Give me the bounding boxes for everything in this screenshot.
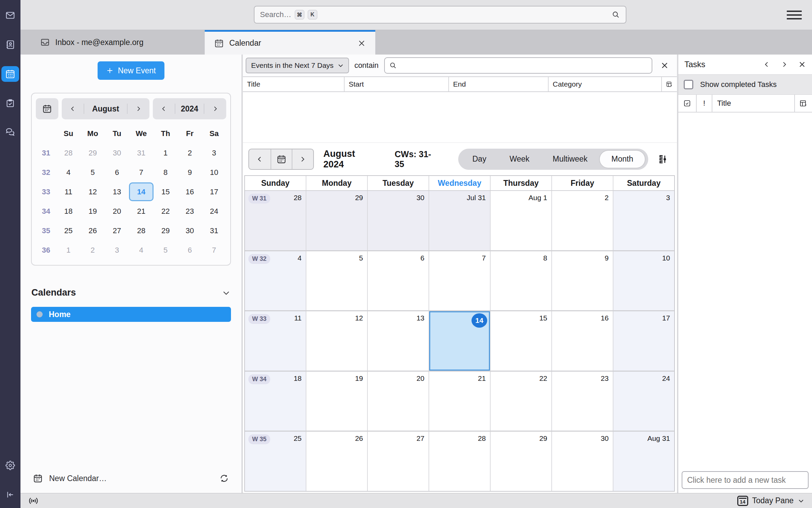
add-task-input[interactable] xyxy=(682,471,809,489)
mini-calendar-today-button[interactable] xyxy=(36,98,58,119)
go-to-today-button[interactable] xyxy=(271,149,292,169)
event-filter-input[interactable] xyxy=(401,61,648,70)
activity-status-icon[interactable] xyxy=(28,495,39,506)
column-picker-icon[interactable] xyxy=(662,77,677,91)
minical-day[interactable]: 3 xyxy=(202,144,226,162)
minical-day[interactable]: 4 xyxy=(56,163,81,182)
calendar-day-cell[interactable]: 30 xyxy=(552,432,613,491)
view-tab-multiweek[interactable]: Multiweek xyxy=(541,149,599,170)
minical-day[interactable]: 29 xyxy=(154,221,178,240)
view-tab-week[interactable]: Week xyxy=(498,149,541,170)
sync-calendars-button[interactable] xyxy=(219,473,229,483)
calendar-day-cell[interactable]: 22 xyxy=(491,372,552,431)
minical-day[interactable]: 20 xyxy=(105,202,129,221)
minical-day[interactable]: 26 xyxy=(81,221,105,240)
minical-day[interactable]: 28 xyxy=(56,144,81,162)
app-menu-button[interactable] xyxy=(787,9,802,21)
close-filter-icon[interactable] xyxy=(658,59,671,72)
event-range-dropdown[interactable]: Events in the Next 7 Days xyxy=(246,58,349,73)
previous-year-button[interactable] xyxy=(153,98,175,119)
column-picker-icon[interactable] xyxy=(795,95,812,112)
calendar-day-cell[interactable]: 28 xyxy=(429,432,491,491)
minical-day[interactable]: 18 xyxy=(56,202,81,221)
new-calendar-button[interactable]: New Calendar… xyxy=(33,473,107,483)
calendar-list-item-home[interactable]: Home xyxy=(31,307,231,322)
column-header-start[interactable]: Start xyxy=(345,77,449,91)
calendar-day-cell[interactable]: 7 xyxy=(429,251,491,311)
minical-day[interactable]: 10 xyxy=(202,163,226,182)
calendar-day-cell[interactable]: 29 xyxy=(306,191,368,250)
minical-day-selected[interactable]: 14 xyxy=(129,182,153,201)
calendar-day-cell[interactable]: 20 xyxy=(368,372,429,431)
calendar-day-cell[interactable]: 24 xyxy=(613,372,674,431)
completed-column-icon[interactable] xyxy=(678,95,697,112)
minical-day[interactable]: 8 xyxy=(154,163,178,182)
calendar-day-cell-selected[interactable]: 14 xyxy=(429,311,491,371)
next-month-button[interactable] xyxy=(128,98,149,119)
minical-day[interactable]: 1 xyxy=(56,241,81,259)
minical-day[interactable]: 24 xyxy=(202,202,226,221)
calendar-day-cell[interactable]: 15 xyxy=(491,311,552,371)
minical-day[interactable]: 21 xyxy=(129,202,153,221)
tab-inbox[interactable]: Inbox - me@example.org xyxy=(30,30,154,55)
previous-pane-icon[interactable] xyxy=(763,61,770,68)
minical-day[interactable]: 19 xyxy=(81,202,105,221)
calendar-day-cell[interactable]: 9 xyxy=(552,251,613,311)
calendar-day-cell[interactable]: 30 xyxy=(368,191,429,250)
minical-day[interactable]: 31 xyxy=(129,144,153,162)
minical-day[interactable]: 6 xyxy=(105,163,129,182)
task-title-column-header[interactable]: Title xyxy=(712,95,795,112)
minical-day[interactable]: 28 xyxy=(129,221,153,240)
minical-day[interactable]: 27 xyxy=(105,221,129,240)
rotate-view-icon[interactable] xyxy=(658,153,669,165)
calendar-space-button[interactable] xyxy=(1,66,19,82)
minical-day[interactable]: 9 xyxy=(178,163,202,182)
calendar-day-cell[interactable]: Aug 1 xyxy=(491,191,552,250)
minical-day[interactable]: 29 xyxy=(81,144,105,162)
mail-space-button[interactable] xyxy=(1,8,19,23)
minical-day[interactable]: 7 xyxy=(129,163,153,182)
view-tab-month[interactable]: Month xyxy=(599,150,646,168)
calendar-day-cell[interactable]: 10 xyxy=(613,251,674,311)
tasks-space-button[interactable] xyxy=(1,95,19,111)
priority-column-header[interactable]: ! xyxy=(697,95,712,112)
calendar-day-cell[interactable]: W 324 xyxy=(245,251,306,311)
tab-calendar[interactable]: Calendar xyxy=(205,30,375,55)
minical-day[interactable]: 7 xyxy=(202,241,226,259)
close-tasks-icon[interactable] xyxy=(798,61,806,68)
minical-day[interactable]: 22 xyxy=(154,202,178,221)
minical-day[interactable]: 6 xyxy=(178,241,202,259)
calendar-day-cell[interactable]: 23 xyxy=(552,372,613,431)
minical-day[interactable]: 2 xyxy=(81,241,105,259)
calendar-day-cell[interactable]: 5 xyxy=(306,251,368,311)
minical-day[interactable]: 5 xyxy=(81,163,105,182)
calendar-day-cell[interactable]: 21 xyxy=(429,372,491,431)
calendar-day-cell[interactable]: 26 xyxy=(306,432,368,491)
minical-day[interactable]: 30 xyxy=(105,144,129,162)
calendar-day-cell[interactable]: 12 xyxy=(306,311,368,371)
view-tab-day[interactable]: Day xyxy=(461,149,498,170)
minical-day[interactable]: 3 xyxy=(105,241,129,259)
calendar-day-cell[interactable]: W 3311 xyxy=(245,311,306,371)
calendar-day-cell[interactable]: Aug 31 xyxy=(613,432,674,491)
minical-day[interactable]: 13 xyxy=(105,182,129,201)
next-period-button[interactable] xyxy=(292,149,313,169)
minical-day[interactable]: 1 xyxy=(154,144,178,162)
calendar-day-cell[interactable]: 3 xyxy=(613,191,674,250)
calendar-day-cell[interactable]: 6 xyxy=(368,251,429,311)
calendar-day-cell[interactable]: 8 xyxy=(491,251,552,311)
calendar-day-cell[interactable]: W 3525 xyxy=(245,432,306,491)
calendar-day-cell[interactable]: 2 xyxy=(552,191,613,250)
calendar-day-cell[interactable]: 29 xyxy=(491,432,552,491)
minical-day[interactable]: 30 xyxy=(178,221,202,240)
minical-day[interactable]: 25 xyxy=(56,221,81,240)
previous-month-button[interactable] xyxy=(62,98,84,119)
chevron-down-icon[interactable] xyxy=(222,288,231,297)
addressbook-space-button[interactable] xyxy=(1,37,19,53)
minical-day[interactable]: 2 xyxy=(178,144,202,162)
show-completed-checkbox[interactable] xyxy=(684,80,693,89)
minical-day[interactable]: 12 xyxy=(81,182,105,201)
calendar-day-cell[interactable]: W 3128 xyxy=(245,191,306,250)
calendar-day-cell[interactable]: 16 xyxy=(552,311,613,371)
minical-day[interactable]: 17 xyxy=(202,182,226,201)
